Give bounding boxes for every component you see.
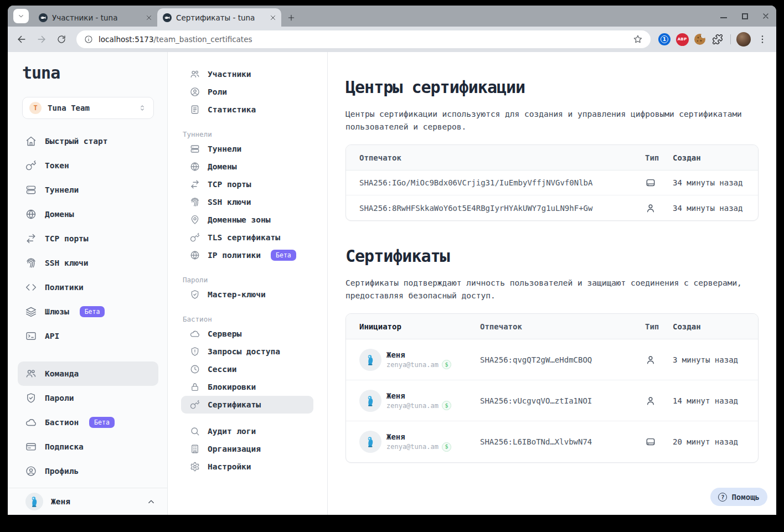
subnav-item-members[interactable]: Участники [181,65,313,83]
beta-badge: Бета [80,306,105,317]
forward-button[interactable] [33,31,50,48]
certificates-table-header: Инициатор Отпечаток Тип Создан [346,314,758,339]
subnav-item-access-requests[interactable]: Запросы доступа [181,343,313,360]
close-tab-icon[interactable] [269,14,277,22]
tab-members[interactable]: Участники - tuna [33,8,157,27]
column-header-initiator: Инициатор [359,322,480,331]
help-button[interactable]: ? Помощь [710,488,767,506]
back-button[interactable] [13,31,30,48]
subnav-item-servers[interactable]: Серверы [181,325,313,343]
home-icon [25,136,37,147]
subnav-item-ip-policies[interactable]: IP политикиБета [181,246,313,264]
chevron-down-icon [17,12,25,20]
bookmark-star-icon[interactable] [633,34,643,44]
subnav-item-sessions[interactable]: Сессии [181,360,313,378]
table-row[interactable]: Женя zenya@tuna.am$ SHA256:qvgQT2gW…eHdm… [346,339,758,380]
sidebar-item-gateways[interactable]: ШлюзыБета [18,299,158,324]
maximize-button[interactable] [741,12,749,20]
browser-profile-avatar[interactable] [736,32,751,47]
current-user-menu[interactable]: Женя [8,488,167,515]
adblock-extension-icon[interactable]: ABP [675,32,689,47]
cookie-extension-icon[interactable] [693,32,707,47]
subnav-item-statistics[interactable]: Статистика [181,101,313,118]
sidebar-item-subscription[interactable]: Подписка [18,435,158,459]
sidebar-item-tunnels[interactable]: Туннели [18,178,158,202]
initiator-email: zenya@tuna.am [386,360,439,370]
tab-strip: Участники - tuna Сертификаты - tuna [8,6,776,27]
subnav-item-organization[interactable]: Организация [181,440,313,458]
layers-icon [25,306,37,317]
subnav-item-tunnels[interactable]: Туннели [181,140,313,158]
sidebar-item-api[interactable]: API [18,324,158,348]
subnav-item-roles[interactable]: Роли [181,83,313,101]
sidebar-item-team[interactable]: Команда [18,361,158,386]
subnav-item-settings[interactable]: Настройки [181,458,313,476]
window-controls [720,6,770,27]
user-avatar [25,493,43,510]
subnav-item-master-keys[interactable]: Мастер-ключи [181,286,313,303]
building-icon [190,444,200,454]
site-info-icon[interactable] [84,35,93,44]
toolbar-divider [730,34,731,44]
fingerprint-icon [190,197,200,207]
subnav-item-locks[interactable]: Блокировки [181,378,313,396]
subnav-item-certificates[interactable]: Сертификаты [181,396,313,414]
sidebar-item-policies[interactable]: Политики [18,275,158,299]
created-value: 34 минуты назад [673,178,745,187]
subnav-item-audit-logs[interactable]: Аудит логи [181,422,313,440]
reload-button[interactable] [53,31,70,48]
new-tab-button[interactable] [287,13,296,22]
sidebar-item-tcp-ports[interactable]: TCP порты [18,226,158,251]
sidebar-item-quick-start[interactable]: Быстрый старт [18,129,158,153]
reload-icon [56,34,66,44]
subnav-item-tcp-ports[interactable]: TCP порты [181,175,313,193]
sidebar-item-ssh-keys[interactable]: SSH ключи [18,251,158,275]
user-circle-icon [25,466,37,477]
globe-icon [190,162,200,172]
table-row[interactable]: Женя zenya@tuna.am$ SHA256:L6IBoTNd…Xlvb… [346,421,758,462]
close-tab-icon[interactable] [145,14,153,22]
sidebar-item-bastion[interactable]: БастионБета [18,410,158,435]
beta-badge: Бета [271,250,296,261]
paid-badge: $ [442,442,451,452]
minimize-button[interactable] [720,12,728,20]
extensions-puzzle-icon[interactable] [710,32,725,47]
search-icon [190,426,200,436]
tab-certificates[interactable]: Сертификаты - tuna [157,8,281,27]
close-window-button[interactable] [762,12,770,20]
secondary-sidebar: Участники Роли Статистика Туннели Туннел… [168,52,328,515]
user-type-icon [645,395,656,406]
ca-table: Отпечаток Тип Создан SHA256:IGo/MiOc9Bdx… [345,144,759,221]
table-row[interactable]: Женя zenya@tuna.am$ SHA256:vUcgvqVO…ztIa… [346,380,758,421]
table-row[interactable]: SHA256:8RwHFSkkaWoY6ot5E4RBgIyrHYAkUWY7g… [346,195,758,220]
address-bar[interactable]: localhost:5173/team_bastion_certificates [76,30,651,48]
sidebar-item-passwords[interactable]: Пароли [18,386,158,410]
key-icon [190,233,200,242]
tuna-logo: tuna [22,63,167,82]
browser-menu-button[interactable] [754,31,771,48]
sidebar-item-profile[interactable]: Профиль [18,459,158,483]
main-content: Центры сертификации Центры сертификации … [328,52,776,515]
subnav-item-domains[interactable]: Домены [181,158,313,175]
subnav-section-passwords: Пароли [183,276,313,284]
sidebar-item-domains[interactable]: Домены [18,202,158,226]
certificates-description: Сертификаты подтверждают личность пользо… [345,277,759,302]
tab-search-button[interactable] [13,9,29,23]
key-icon [190,400,200,410]
column-header-type: Тип [645,322,673,331]
subnav-section-bastion: Бастион [183,315,313,323]
gear-icon [190,462,200,472]
browser-toolbar: localhost:5173/team_bastion_certificates… [8,27,776,52]
subnav-item-tls-certificates[interactable]: TLS сертификаты [181,229,313,246]
key-icon [25,160,37,171]
sidebar-item-token[interactable]: Токен [18,153,158,178]
table-row[interactable]: SHA256:IGo/MiOc9Bdx06VCrjig31/IuEmbyVffj… [346,171,758,195]
server-icon [25,184,37,195]
forward-icon [36,34,47,45]
onepassword-extension-icon[interactable]: 1 [657,32,672,47]
team-selector[interactable]: T Tuna Team [22,97,154,119]
tuna-favicon [163,13,172,22]
subnav-item-ssh-keys[interactable]: SSH ключи [181,193,313,211]
subnav-item-domain-zones[interactable]: Доменные зоны [181,211,313,229]
page-title-certificates: Сертификаты [345,246,759,266]
